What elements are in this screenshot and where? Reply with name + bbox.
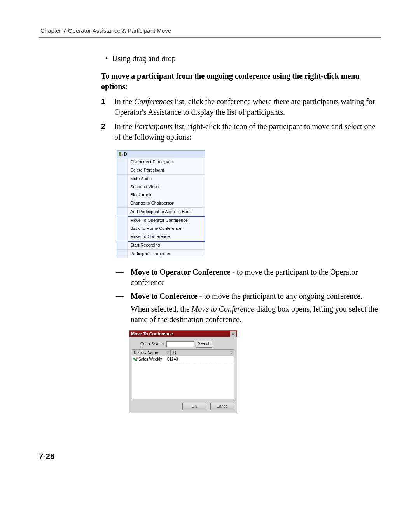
svg-rect-4 <box>136 358 138 359</box>
menu-item-add-address-book[interactable]: Add Participant to Address Book <box>117 208 205 216</box>
bullet-mark: • <box>101 53 112 64</box>
option-b-note: When selected, the Move to Conference di… <box>131 304 381 325</box>
quick-search-input[interactable] <box>166 341 194 347</box>
menu-item-block-audio[interactable]: Block Audio <box>117 191 205 199</box>
menu-item-move-operator[interactable]: Move To Operator Conference <box>117 216 205 224</box>
list-item[interactable]: Sales Weekly 01243 <box>132 356 234 363</box>
bullet-item: • Using drag and drop <box>101 53 381 64</box>
step-text: In the Participants list, right-click th… <box>114 121 381 142</box>
move-to-conference-dialog: Move To Conference × Quick Search: Searc… <box>129 330 237 413</box>
column-display-name[interactable]: Display Name ▽ <box>132 350 171 356</box>
menu-item-mute-audio[interactable]: Mute Audio <box>117 175 205 183</box>
svg-point-3 <box>135 359 137 361</box>
menu-item-back-home[interactable]: Back To Home Conference <box>117 224 205 233</box>
list-item-id: 01243 <box>167 357 234 362</box>
dialog-title-text: Move To Conference <box>131 331 173 337</box>
context-menu-screenshot: D Disconnect Participant Delete Particip… <box>117 150 205 258</box>
svg-point-1 <box>121 154 123 156</box>
svg-point-2 <box>133 358 135 360</box>
menu-move-group: Move To Operator Conference Back To Home… <box>117 216 205 241</box>
sort-icon: ▽ <box>166 351 169 355</box>
step-1: 1 In the Conferences list, click the con… <box>101 96 381 117</box>
quick-search-label: Quick Search: <box>132 342 165 347</box>
menu-item-properties[interactable]: Participant Properties <box>117 250 205 258</box>
close-icon[interactable]: × <box>230 331 236 337</box>
option-rest: - to move the participant to any ongoing… <box>198 292 362 300</box>
menu-top-label: D <box>124 151 127 157</box>
step-2: 2 In the Participants list, right-click … <box>101 121 381 142</box>
dialog-column-headers: Display Name ▽ ID ▽ <box>132 349 234 356</box>
procedure-heading: To move a participant from the ongoing c… <box>101 71 381 92</box>
list-item-name: Sales Weekly <box>138 357 167 362</box>
svg-point-0 <box>119 152 121 154</box>
column-id[interactable]: ID ▽ <box>171 350 234 356</box>
participant-icon <box>118 151 123 157</box>
ok-button[interactable]: OK <box>182 403 206 410</box>
menu-topbar: D <box>117 150 205 158</box>
step-number: 2 <box>101 121 114 142</box>
conference-icon <box>132 357 138 362</box>
menu-item-change-chair[interactable]: Change to Chairperson <box>117 199 205 207</box>
menu-item-move-conference[interactable]: Move To Conference <box>117 233 205 241</box>
header-rule <box>39 37 381 38</box>
dash-mark: — <box>116 291 131 301</box>
search-button[interactable]: Search <box>196 341 212 348</box>
dialog-titlebar: Move To Conference × <box>130 331 237 337</box>
dash-mark: — <box>116 267 131 288</box>
option-a: — Move to Operator Conference - to move … <box>116 267 381 288</box>
menu-item-suspend-video[interactable]: Suspend Video <box>117 183 205 191</box>
sort-icon: ▽ <box>230 351 233 355</box>
menu-item-start-recording[interactable]: Start Recording <box>117 241 205 249</box>
menu-item-disconnect[interactable]: Disconnect Participant <box>117 158 205 166</box>
page-number: 7-28 <box>39 452 381 461</box>
dialog-list: Sales Weekly 01243 <box>132 356 234 399</box>
menu-item-delete[interactable]: Delete Participant <box>117 166 205 174</box>
cancel-button[interactable]: Cancel <box>210 403 234 410</box>
bullet-text: Using drag and drop <box>112 53 176 64</box>
option-b: — Move to Conference - to move the parti… <box>116 291 381 301</box>
option-term: Move to Operator Conference <box>131 268 230 276</box>
step-number: 1 <box>101 96 114 117</box>
option-term: Move to Conference <box>131 292 198 300</box>
step-text: In the Conferences list, click the confe… <box>114 96 381 117</box>
running-head: Chapter 7-Operator Assistance & Particip… <box>39 27 381 34</box>
